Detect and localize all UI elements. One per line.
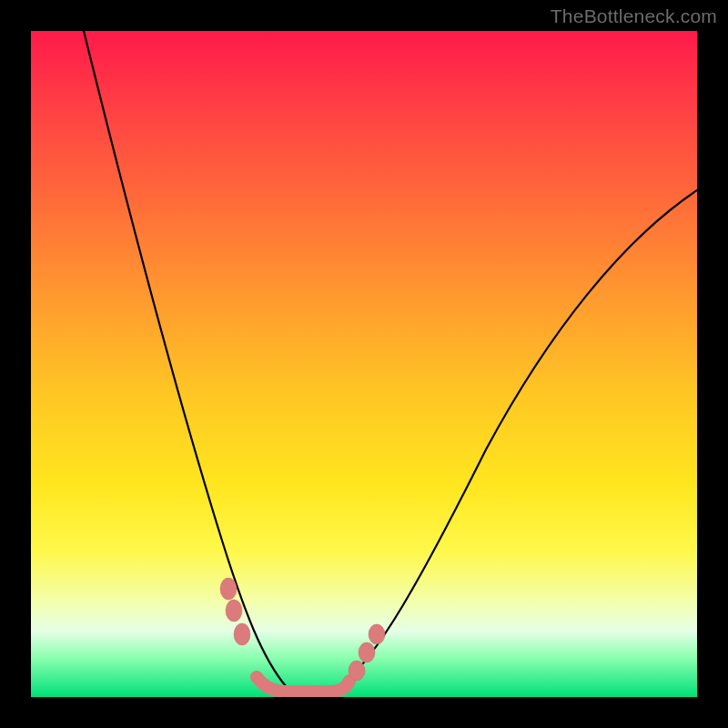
chart-svg xyxy=(31,31,697,697)
scatter-point xyxy=(359,642,375,662)
scatter-point xyxy=(220,578,237,600)
watermark-text: TheBottleneck.com xyxy=(551,5,717,27)
plot-area xyxy=(31,31,697,697)
scatter-point xyxy=(234,623,250,645)
trough-band xyxy=(257,677,349,692)
bottleneck-curve xyxy=(84,31,697,693)
chart-frame: TheBottleneck.com xyxy=(0,0,728,728)
scatter-point xyxy=(349,661,365,681)
scatter-point xyxy=(369,624,385,644)
scatter-point xyxy=(226,600,242,622)
